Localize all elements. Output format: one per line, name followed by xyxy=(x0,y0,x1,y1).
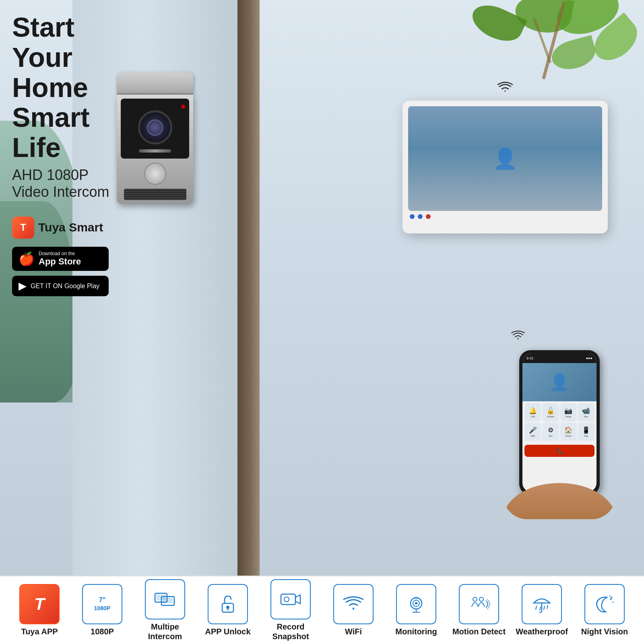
feature-wifi: WiFi xyxy=(322,584,385,636)
ir-led xyxy=(181,105,185,109)
svg-rect-13 xyxy=(415,597,417,599)
indicator-1 xyxy=(410,214,415,219)
app-unlock-svg xyxy=(219,594,237,615)
monitor-device: 👤 xyxy=(402,80,608,233)
feature-1080p: 7" 1080P 1080P xyxy=(71,584,134,636)
subheadline: AHD 1080P Video Intercom xyxy=(12,167,117,200)
indicator-2 xyxy=(418,214,423,219)
svg-point-23 xyxy=(613,602,614,603)
wifi-signal-icon xyxy=(402,80,608,97)
monitoring-icon-box xyxy=(396,584,436,624)
indicator-3 xyxy=(426,214,431,219)
google-play-button[interactable]: ▶ GET IT ON Google Play xyxy=(12,276,109,296)
svg-point-9 xyxy=(284,597,289,602)
button-strip xyxy=(139,149,171,153)
phone-time: 9:41 xyxy=(526,356,534,360)
app-unlock-label: APP Unlock xyxy=(205,627,251,636)
feature-multiple-intercom: Multipe Intercom xyxy=(134,579,196,641)
doorbell-device xyxy=(117,72,193,204)
motion-detect-label: Motion Detect xyxy=(452,627,506,636)
multiple-intercom-label: Multipe Intercom xyxy=(134,622,196,641)
phone-grid-item[interactable]: 🔓Unlock xyxy=(542,403,559,421)
feature-record-snapshot: Record Snapshot xyxy=(260,579,322,641)
features-bar: T Tuya APP 7" 1080P 1080P Multipe Interc… xyxy=(0,576,644,644)
svg-point-24 xyxy=(609,595,611,597)
phone-wifi-icon xyxy=(511,330,525,344)
speaker-grille xyxy=(124,189,186,200)
weatherproof-label: Weatherproof xyxy=(516,627,568,636)
main-area: Start Your Home Smart Life AHD 1080P Vid… xyxy=(0,0,644,576)
multiple-intercom-icon-box xyxy=(145,579,185,619)
monitor-indicators xyxy=(408,211,602,219)
feature-weatherproof: Weatherproof xyxy=(511,584,573,636)
phone-frame: 9:41 ●●● 👤 🔔Call 🔓Unlock 📷Snap 📹Rec 🎤Tal… xyxy=(519,350,600,495)
feature-app-unlock: APP Unlock xyxy=(197,584,259,636)
door-edge xyxy=(237,0,260,576)
svg-point-22 xyxy=(611,597,612,598)
tuya-icon: T xyxy=(12,217,34,239)
phone-status-bar: 9:41 ●●● xyxy=(522,353,597,363)
phone-area: 9:41 ●●● 👤 🔔Call 🔓Unlock 📷Snap 📹Rec 🎤Tal… xyxy=(503,350,624,495)
1080p-icon-box: 7" 1080P xyxy=(82,584,122,624)
google-play-icon: ▶ xyxy=(19,280,27,292)
1080p-label: 1080P xyxy=(91,627,114,636)
phone-grid-item[interactable]: 🏠Home xyxy=(560,423,577,441)
feature-night-vision: Night Vision xyxy=(574,584,636,636)
monitor-frame: 👤 xyxy=(402,101,608,233)
night-vision-label: Night Vision xyxy=(581,627,628,636)
doorbell-hood xyxy=(117,72,193,95)
phone-screen: 9:41 ●●● 👤 🔔Call 🔓Unlock 📷Snap 📹Rec 🎤Tal… xyxy=(522,353,597,492)
phone-grid-item[interactable]: ⚙Set xyxy=(542,423,559,441)
feature-tuya-app: T Tuya APP xyxy=(8,584,71,636)
phone-grid-item[interactable]: 📱App xyxy=(578,423,594,441)
phone-video-preview: 👤 xyxy=(522,363,597,401)
multiple-intercom-svg xyxy=(154,591,176,608)
night-vision-svg xyxy=(594,594,615,614)
record-snapshot-label: Record Snapshot xyxy=(260,622,322,641)
monitor-screen: 👤 xyxy=(408,106,602,211)
svg-marker-8 xyxy=(295,595,300,604)
app-unlock-icon-box xyxy=(208,584,248,624)
phone-app-grid: 🔔Call 🔓Unlock 📷Snap 📹Rec 🎤Talk ⚙Set 🏠Hom… xyxy=(522,401,597,443)
app-store-button[interactable]: 🍎 Download on the App Store xyxy=(12,247,109,271)
svg-rect-7 xyxy=(281,594,295,605)
headline: Start Your Home Smart Life xyxy=(12,12,117,163)
phone-end-call[interactable]: 📞 xyxy=(524,445,594,457)
weatherproof-svg xyxy=(532,594,552,614)
svg-point-12 xyxy=(415,602,417,605)
tuya-app-label: Tuya APP xyxy=(21,627,58,636)
apple-icon: 🍎 xyxy=(19,251,35,266)
phone-grid-item[interactable]: 🔔Call xyxy=(524,403,541,421)
phone-grid-item[interactable]: 📷Snap xyxy=(560,403,577,421)
monitoring-label: Monitoring xyxy=(395,627,437,636)
google-play-large-text: Google Play xyxy=(64,283,99,289)
doorbell-button[interactable] xyxy=(144,163,166,185)
phone-grid-item[interactable]: 🎤Talk xyxy=(524,423,541,441)
weatherproof-icon-box xyxy=(522,584,562,624)
motion-detect-svg xyxy=(468,595,490,613)
wifi-svg xyxy=(343,596,364,613)
camera-lens xyxy=(138,110,172,144)
svg-point-16 xyxy=(473,597,477,601)
svg-line-19 xyxy=(540,607,541,610)
svg-rect-3 xyxy=(163,598,173,603)
app-store-small-text: Download on the xyxy=(39,251,81,256)
svg-point-17 xyxy=(479,597,483,601)
tuya-badge: T Tuya Smart xyxy=(12,217,117,239)
svg-line-20 xyxy=(544,606,545,609)
tuya-brand-name: Tuya Smart xyxy=(38,221,103,234)
wifi-label: WiFi xyxy=(345,627,362,636)
svg-line-18 xyxy=(536,606,537,609)
record-snapshot-icon-box xyxy=(270,579,311,619)
feature-motion-detect: Motion Detect xyxy=(448,584,510,636)
motion-detect-icon-box xyxy=(459,584,499,624)
monitoring-svg xyxy=(406,594,426,614)
google-play-small-text: GET IT ON xyxy=(31,283,62,289)
record-snapshot-svg xyxy=(280,592,301,607)
camera-block xyxy=(121,99,189,159)
phone-grid-item[interactable]: 📹Rec xyxy=(578,403,594,421)
left-panel: Start Your Home Smart Life AHD 1080P Vid… xyxy=(0,0,129,402)
feature-monitoring: Monitoring xyxy=(385,584,448,636)
phone-status-icons: ●●● xyxy=(586,356,592,360)
screen-content: 👤 xyxy=(408,106,602,211)
